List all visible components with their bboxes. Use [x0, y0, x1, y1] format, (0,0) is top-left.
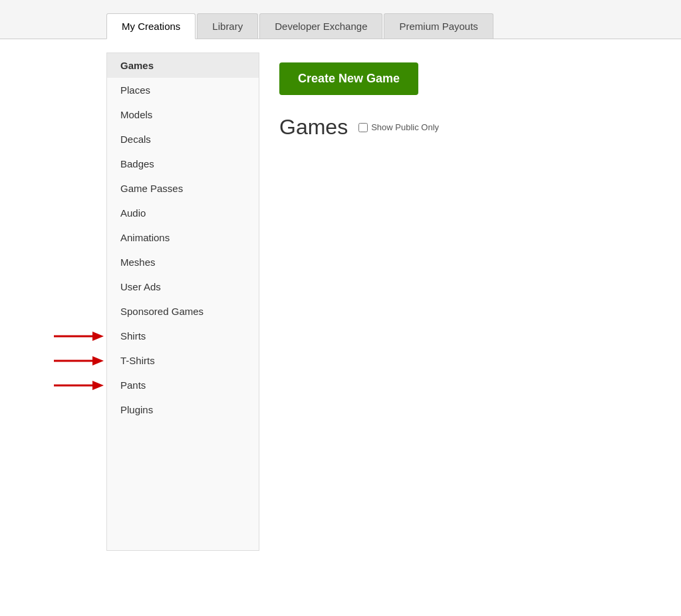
sidebar-item-label: Plugins — [120, 404, 153, 415]
sidebar-item-pants[interactable]: Pants — [107, 373, 259, 397]
svg-marker-1 — [92, 332, 104, 341]
sidebar-item-label: Places — [120, 84, 150, 96]
sidebar-item-label: Models — [120, 109, 152, 120]
sidebar-item-label: Sponsored Games — [120, 306, 204, 317]
sidebar-item-badges[interactable]: Badges — [107, 152, 259, 176]
sidebar-item-meshes[interactable]: Meshes — [107, 250, 259, 274]
sidebar-item-label: Animations — [120, 232, 170, 243]
sidebar-item-sponsored-games[interactable]: Sponsored Games — [107, 299, 259, 324]
sidebar-item-label: T-Shirts — [120, 355, 155, 366]
sidebar-item-t-shirts[interactable]: T-Shirts — [107, 348, 259, 373]
sidebar-item-label: Shirts — [120, 330, 146, 342]
show-public-only-checkbox[interactable] — [358, 123, 368, 132]
sidebar-item-decals[interactable]: Decals — [107, 127, 259, 152]
section-title-row: Games Show Public Only — [279, 115, 661, 140]
sidebar-item-label: Game Passes — [120, 183, 183, 194]
tab-premium-payouts[interactable]: Premium Payouts — [384, 13, 493, 39]
show-public-only-text: Show Public Only — [371, 122, 439, 132]
sidebar-item-games[interactable]: Games — [107, 53, 259, 78]
sidebar-item-models[interactable]: Models — [107, 102, 259, 127]
section-title: Games — [279, 115, 348, 140]
sidebar-item-label: Pants — [120, 379, 146, 391]
create-new-game-button[interactable]: Create New Game — [279, 62, 418, 95]
content-area: Create New Game Games Show Public Only — [259, 52, 681, 551]
tab-my-creations[interactable]: My Creations — [106, 13, 196, 39]
tabs-bar: My CreationsLibraryDeveloper ExchangePre… — [0, 0, 681, 39]
tab-library[interactable]: Library — [197, 13, 258, 39]
sidebar-item-plugins[interactable]: Plugins — [107, 397, 259, 422]
arrow-icon — [54, 354, 104, 368]
sidebar-item-game-passes[interactable]: Game Passes — [107, 176, 259, 201]
sidebar-item-shirts[interactable]: Shirts — [107, 324, 259, 348]
sidebar-item-label: Decals — [120, 134, 151, 145]
sidebar: GamesPlacesModelsDecalsBadgesGame Passes… — [106, 52, 259, 551]
sidebar-item-label: User Ads — [120, 281, 161, 292]
sidebar-item-user-ads[interactable]: User Ads — [107, 274, 259, 299]
arrow-icon — [54, 329, 104, 344]
main-layout: GamesPlacesModelsDecalsBadgesGame Passes… — [0, 39, 681, 551]
svg-marker-5 — [92, 381, 104, 390]
sidebar-item-label: Audio — [120, 207, 146, 219]
show-public-only-label[interactable]: Show Public Only — [358, 122, 439, 132]
sidebar-item-places[interactable]: Places — [107, 78, 259, 102]
sidebar-item-label: Meshes — [120, 257, 156, 268]
svg-marker-3 — [92, 356, 104, 365]
arrow-icon — [54, 378, 104, 393]
sidebar-item-audio[interactable]: Audio — [107, 201, 259, 225]
tab-developer-exchange[interactable]: Developer Exchange — [259, 13, 382, 39]
sidebar-item-animations[interactable]: Animations — [107, 225, 259, 250]
sidebar-item-label: Badges — [120, 158, 154, 169]
sidebar-item-label: Games — [120, 60, 154, 71]
